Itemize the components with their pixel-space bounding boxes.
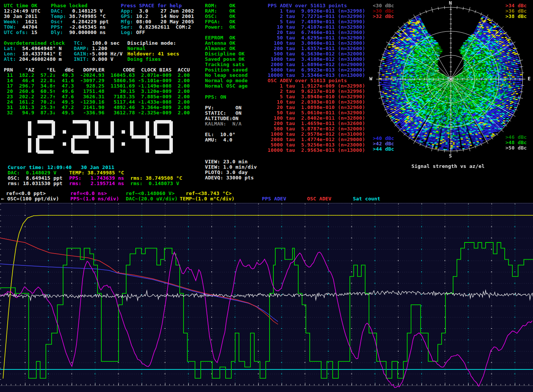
osc-adev-row-2000-text: 2000 tau 1.4774e-012 (n=29000) [268,137,365,142]
pps-adev-row-500: 500 tau 6.5630e-012 (n=32000) [268,51,365,57]
app-version: App: 3.0 27 Jun 2002 [121,8,194,14]
osc-adev-row-100-text: 100 tau 2.8402e-011 (n=32800) [268,115,365,121]
init-voltage-text: 0.000 V [89,56,114,62]
utc-offset-text: UTC ofs: [4,29,28,35]
dbc-lt30-text: <30 dBc [373,3,394,8]
sat-table-row-31-text: 31 101.3 25.3↑ 47.2 2141.90 4892.46 3.36… [4,104,190,110]
compass-n-text: N [449,0,452,6]
damping-text: 1.200 [89,46,107,51]
plot-queue-text: PLOTQ: 3.0 day [205,169,248,175]
almanac-status: Almanac OK [205,46,236,51]
utc-time: 12:24:49 UTC [4,8,41,14]
cursor-pps-rms: rms: 2.195714 ns [69,181,124,186]
amu-mask: AMU: 4.0 [205,137,232,143]
osc-adev-row-10000-text: 10000 tau 2.9563e-013 (n=13000) [268,147,365,153]
scale-pps: PPS~(1.0 ns/div) [70,196,119,202]
discipline-status-text: Discipline OK [205,51,245,57]
cable-delay: Dly: 90.000000 ns [51,30,106,35]
pps-adev-row-200: 200 tau 1.6357e-011 (n=32600) [268,46,365,51]
cursor-temp-rms-text: rms: 38.749508 °C [130,175,182,181]
sat-table-row-11-text: 11 182.2 57.2↓ 49.3 -2024.93 16045.63 2.… [4,72,190,78]
dbc-gt30-text: >30 dBc [373,8,394,14]
eeprom-status: EEPROM OK [205,35,236,41]
compass-s: S [449,153,452,159]
longitude-text: 18.4337841° E [16,51,62,57]
strip-chart-plot-area[interactable] [0,203,533,392]
gps-tow-text: 44704 [16,24,37,30]
normal-op-mode: Normal op mode [205,78,248,83]
sat-table-row-31: 31 101.3 25.3↑ 47.2 2141.90 4892.46 3.36… [4,105,190,110]
cursor-temp-text: TEMP: 38.749985 °C [69,170,124,176]
longitude: Lon: 18.4337841° E [4,51,62,57]
pps-adev-row-10000: 10000 tau 3.5346e-013 (n=13000) [268,73,365,78]
rom-status: ROM: OK [205,3,236,8]
utc-status: UTC time OK [4,3,37,8]
gain-text: -5.000 Hz/V [89,51,123,57]
init-voltage: INIT: 0.000 V [74,57,114,62]
dbc-gt50-text: >50 dBc [505,145,527,151]
osc-status-text: Phase locked [51,3,88,8]
help-hint: Press SPACE for help [121,3,182,8]
gps-version-text: 10.2 14 Nov 2001 [133,13,194,19]
log-status-text: Log: [121,29,133,35]
pps-drift: PPS↑ -2.045345 ns [51,24,106,30]
cursor-osc: OSC: 8.649415 ppt [8,176,63,181]
sat-table-row-11: 11 182.2 57.2↓ 49.3 -2024.93 16045.63 2.… [4,73,190,78]
init-voltage-text: INIT: [74,56,89,62]
osc-adev-row-10-text: 10 tau 2.0303e-010 (n=32980) [268,99,365,105]
osc-adev-row-1: 1 tau 1.9127e-009 (n=32998) [268,83,365,89]
pps-adev-row-5000-text: 5000 tau 6.9923e-013 (n=23000) [268,67,365,73]
antenna-status: Antenna OK [205,41,236,46]
dbc-gt40-text: >40 dBc [373,135,394,141]
cursor-dac-rms-text: rms: 0.148073 V [130,181,179,186]
dbc-gt46-text: >46 dBc [505,134,527,140]
pps-adev-row-2000: 2000 tau 1.6896e-012 (n=29000) [268,62,365,67]
damping-text: DAMP: [74,46,89,51]
serial-number-text: Ser: [121,24,133,30]
cursor-temp-rms: rms: 38.749508 °C [130,176,182,181]
sat-table-row-32-text: 32 94.9 87.3↓ 49.5 -336.96 3612.78 -2.32… [4,110,190,115]
ref-osc-text: ref=<0.0 ppt> [6,190,46,196]
normal-osc-age: Normal OSC age [205,83,248,89]
latitude-text: Lat: [4,46,16,51]
gps-version: GPS: 10.2 14 Nov 2001 [121,14,194,19]
scale-osc-text: ← OSC=(100 ppt/div) [1,196,59,202]
el-mask-text: EL: 10.0° [205,132,236,137]
cursor-time-text: Cursor time: 12:09:40 30 Jan 2011 [8,164,114,170]
dbc-gt30: >30 dBc [373,8,394,14]
cursor-temp: TEMP: 38.749985 °C [69,170,124,176]
mfg-date: Mfg: 08:00 20 May 2005 [121,19,194,24]
utc-time-text: 12:24:49 UTC [4,8,41,14]
polar-plot-title-text: Signal strength vs az/el [411,163,484,169]
compass-e-text: E [528,76,531,81]
cursor-osc-rms-text: rms: 18.031530 ppt [8,181,63,186]
discipline-status: Discipline OK [205,51,245,57]
longitude-text: Lon: [4,51,16,57]
scale-osc: ← OSC=(100 ppt/div) [1,196,59,202]
osc-adev-title: OSC ADEV over 51613 points [268,78,347,83]
legend-osc-adev-text: OSC ADEV [307,196,332,202]
legend-osc-adev: OSC ADEV [307,196,332,202]
sat-table-row-17-text: 17 296.7 34.8↑ 47.3 928.25 11501.69 -1.1… [4,83,190,89]
pps-adev-row-2000-text: 2000 tau 1.6896e-012 (n=29000) [268,62,365,67]
serial-number-text: 0.82362611 COM:2 [133,24,191,30]
el-mask: EL: 10.0° [205,132,236,137]
osc-adev-row-20-text: 20 tau 1.0898e-010 (n=32960) [268,104,365,110]
static-mode: STATIC: ON [205,111,242,116]
altitude-text: 204.46002480 m [16,56,62,62]
normal-op-mode-text: Normal op mode [205,78,248,83]
osc-drift-text: Osc↑ [51,19,63,24]
altitude-mode-text: ALTITUDE:ON [205,115,239,121]
dbc-gt36: >36 dBc [505,8,527,14]
osc-adev-title-text: OSC ADEV over 51613 points [268,78,347,83]
no-leap-second-text: No leap second [205,72,248,78]
temp-reading-text: 38.749985 °C [66,13,106,19]
compass-w: W [369,76,372,81]
pps-adev-row-200-text: 200 tau 1.6357e-011 (n=32600) [268,46,365,51]
tracking-sats-text: Tracking sats [205,62,245,67]
pps-adev-row-10000-text: 10000 tau 3.5346e-013 (n=13000) [268,72,365,78]
dac-volts: DAC: 0.148125 V [51,8,103,14]
amu-mask-text: AMU: 4.0 [205,137,232,143]
temp-reading-text: Temp: [51,13,66,19]
osc-adev-row-1-text: 1 tau 1.9127e-009 (n=32998) [268,83,365,89]
